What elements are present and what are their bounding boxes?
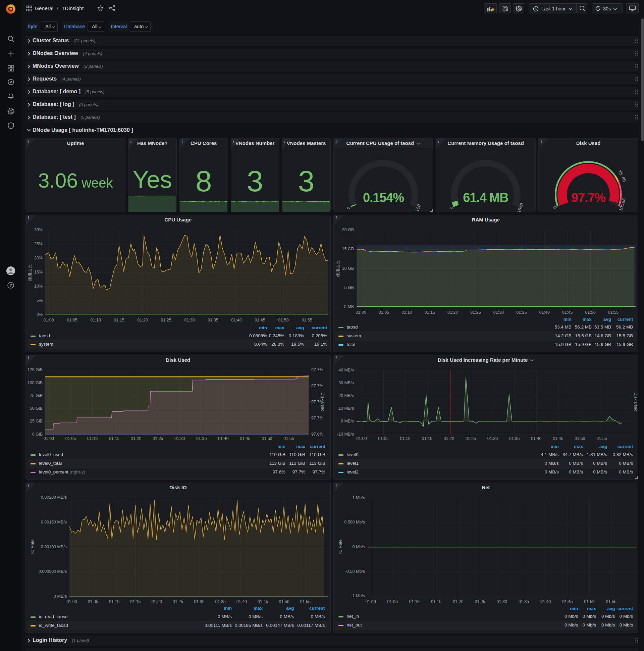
svg-text:0: 0 (448, 206, 454, 210)
svg-text:95: 95 (620, 198, 626, 204)
svg-text:61.4 MB: 61.4 MB (463, 191, 509, 205)
svg-text:97.7%: 97.7% (571, 191, 605, 205)
svg-text:80: 80 (620, 176, 627, 183)
svg-text:75: 75 (617, 169, 624, 176)
svg-text:0: 0 (552, 205, 558, 209)
svg-text:?: ? (9, 283, 12, 288)
svg-text:0.154%: 0.154% (363, 191, 404, 205)
svg-text:0: 0 (346, 206, 352, 210)
